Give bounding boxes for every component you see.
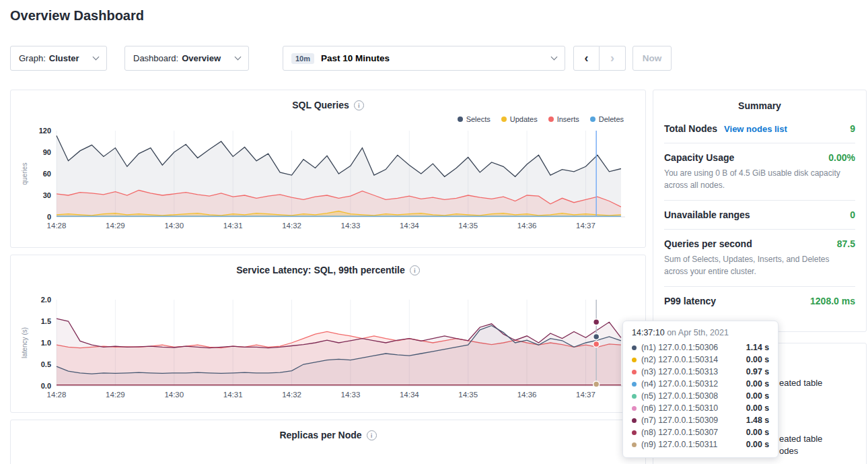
time-next-button[interactable]: › [600, 46, 626, 71]
info-icon[interactable]: i [410, 265, 420, 275]
legend-dot [548, 117, 554, 122]
svg-text:14:29: 14:29 [106, 222, 125, 230]
svg-text:14:35: 14:35 [458, 222, 478, 230]
node-color-dot [632, 382, 637, 387]
tooltip-date: on Apr 5th, 2021 [667, 328, 729, 337]
summary-unavailable-row: Unavailable ranges 0 [664, 201, 855, 230]
now-button[interactable]: Now [632, 46, 672, 71]
tooltip-node-row: (n3) 127.0.0.1:503130.97 s [632, 366, 769, 378]
svg-text:14:28: 14:28 [47, 222, 67, 230]
replicas-title: Replicas per Node [279, 430, 361, 440]
graph-dropdown[interactable]: Graph: Cluster [10, 46, 107, 71]
qps-value: 87.5 [837, 238, 855, 249]
chart-hover-tooltip: 14:37:10 on Apr 5th, 2021 (n1) 127.0.0.1… [622, 321, 779, 458]
tooltip-node-list: (n1) 127.0.0.1:503061.14 s(n2) 127.0.0.1… [632, 341, 769, 451]
legend-label: Updates [510, 115, 538, 123]
node-color-dot [632, 442, 637, 447]
legend-label: Selects [466, 115, 491, 123]
sql-queries-legend: SelectsUpdatesInsertsDeletes [11, 110, 645, 124]
legend-item-selects[interactable]: Selects [458, 114, 491, 124]
node-color-dot [632, 430, 637, 435]
node-color-dot [632, 406, 637, 411]
node-color-dot [632, 394, 637, 399]
unavailable-ranges-value: 0 [850, 209, 855, 220]
legend-label: Deletes [599, 115, 624, 123]
legend-label: Inserts [557, 115, 579, 123]
svg-text:14:31: 14:31 [223, 391, 243, 399]
info-icon[interactable]: i [354, 100, 364, 110]
node-latency-value: 1.48 s [746, 416, 769, 425]
node-latency-value: 1.14 s [746, 343, 769, 352]
summary-capacity-row: Capacity Usage 0.00% You are using 0 B o… [664, 143, 855, 201]
node-latency-value: 0.00 s [746, 403, 769, 413]
tooltip-node-row: (n1) 127.0.0.1:503061.14 s [632, 341, 769, 354]
total-nodes-value: 9 [850, 123, 855, 134]
time-range-badge: 10m [291, 53, 314, 64]
service-latency-panel: Service Latency: SQL, 99th percentile i … [10, 255, 646, 413]
svg-text:14:36: 14:36 [517, 391, 537, 399]
svg-text:14:36: 14:36 [517, 222, 537, 230]
tooltip-node-row: (n5) 127.0.0.1:503080.00 s [632, 390, 769, 402]
svg-text:14:35: 14:35 [458, 391, 478, 399]
summary-total-nodes-row: Total Nodes View nodes list 9 [664, 114, 855, 143]
svg-text:14:31: 14:31 [223, 222, 243, 230]
info-icon[interactable]: i [367, 430, 377, 440]
svg-text:0.5: 0.5 [41, 360, 51, 368]
time-range-label: Past 10 Minutes [321, 53, 390, 63]
svg-text:14:32: 14:32 [282, 222, 301, 230]
tooltip-node-row: (n6) 127.0.0.1:503100.00 s [632, 402, 769, 414]
time-prev-button[interactable]: ‹ [573, 46, 600, 71]
summary-heading: Summary [653, 90, 866, 114]
node-address: (n9) 127.0.0.1:50311 [641, 440, 717, 449]
legend-dot [590, 117, 595, 122]
svg-text:queries: queries [21, 163, 28, 185]
unavailable-ranges-label: Unavailable ranges [664, 209, 750, 220]
legend-dot [501, 117, 507, 122]
legend-item-updates[interactable]: Updates [501, 114, 538, 124]
event-item[interactable]: eated table [779, 434, 822, 444]
event-item[interactable]: eated table [779, 378, 822, 388]
node-address: (n1) 127.0.0.1:50306 [641, 343, 718, 352]
node-latency-value: 0.00 s [746, 391, 769, 401]
svg-text:14:37: 14:37 [576, 391, 595, 399]
legend-dot [458, 117, 463, 122]
node-address: (n4) 127.0.0.1:50312 [641, 379, 718, 389]
capacity-value: 0.00% [828, 152, 855, 163]
qps-label: Queries per second [664, 238, 752, 249]
svg-text:14:30: 14:30 [164, 391, 184, 399]
sql-queries-chart[interactable]: 14:2814:2914:3014:3114:3214:3314:3414:35… [16, 125, 645, 241]
dashboard-dropdown[interactable]: Dashboard: Overview [124, 46, 249, 71]
node-color-dot [632, 345, 637, 350]
node-latency-value: 0.00 s [746, 440, 769, 449]
time-range-selector[interactable]: 10m Past 10 Minutes [283, 46, 565, 71]
event-item[interactable]: odes [779, 446, 798, 456]
tooltip-node-row: (n4) 127.0.0.1:503120.00 s [632, 378, 769, 390]
legend-item-inserts[interactable]: Inserts [548, 114, 579, 124]
svg-text:14:30: 14:30 [164, 222, 184, 230]
tooltip-node-row: (n2) 127.0.0.1:503140.00 s [632, 354, 769, 366]
svg-text:14:29: 14:29 [106, 391, 125, 399]
summary-p99-row: P99 latency 1208.0 ms [664, 287, 855, 315]
node-address: (n7) 127.0.0.1:50309 [641, 416, 718, 425]
replicas-title-row: Replicas per Node i [11, 420, 645, 440]
qps-desc: Sum of Selects, Updates, Inserts, and De… [664, 253, 855, 277]
svg-text:latency (s): latency (s) [21, 327, 28, 358]
svg-text:14:37: 14:37 [576, 222, 595, 230]
svg-text:0.0: 0.0 [41, 382, 51, 390]
node-address: (n2) 127.0.0.1:50314 [641, 355, 718, 364]
node-latency-value: 0.00 s [746, 428, 769, 437]
tooltip-time: 14:37:10 [632, 328, 665, 337]
legend-item-deletes[interactable]: Deletes [590, 114, 624, 124]
svg-text:1.0: 1.0 [41, 339, 51, 347]
p99-latency-label: P99 latency [664, 296, 716, 306]
node-address: (n8) 127.0.0.1:50307 [641, 428, 718, 437]
time-nav-group: ‹ › [573, 46, 626, 71]
view-nodes-list-link[interactable]: View nodes list [724, 124, 787, 134]
summary-panel: Summary Total Nodes View nodes list 9 Ca… [653, 90, 867, 332]
svg-text:14:33: 14:33 [341, 391, 361, 399]
node-color-dot [632, 358, 637, 362]
svg-text:1.5: 1.5 [41, 317, 51, 325]
dashboard-dropdown-label: Dashboard: [133, 53, 178, 63]
service-latency-chart[interactable]: 14:2814:2914:3014:3114:3214:3314:3414:35… [16, 294, 645, 410]
svg-text:60: 60 [43, 170, 51, 178]
